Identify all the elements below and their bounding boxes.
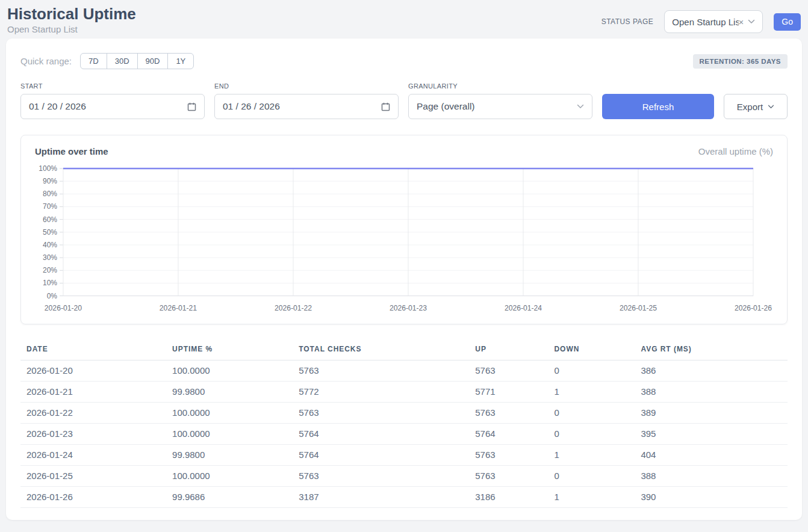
table-row: 2026-01-2699.9686318731861390 bbox=[20, 486, 788, 507]
uptime-table: DATEUPTIME %TOTAL CHECKSUPDOWNAVG RT (MS… bbox=[20, 339, 788, 508]
table-cell: 388 bbox=[635, 465, 788, 486]
table-row: 2026-01-23100.0000576457640395 bbox=[20, 423, 788, 444]
table-cell: 404 bbox=[635, 444, 788, 465]
calendar-icon[interactable] bbox=[187, 102, 196, 111]
table-column-header: AVG RT (MS) bbox=[635, 339, 788, 360]
status-page-controls: STATUS PAGE Open Startup List × Go bbox=[601, 10, 801, 33]
table-cell: 388 bbox=[635, 381, 788, 402]
table-cell: 0 bbox=[548, 360, 635, 381]
table-cell: 99.9800 bbox=[166, 444, 293, 465]
end-date-value: 01 / 26 / 2026 bbox=[223, 101, 280, 112]
table-cell: 99.9800 bbox=[166, 381, 293, 402]
table-row: 2026-01-22100.0000576357630389 bbox=[20, 402, 788, 423]
svg-text:2026-01-26: 2026-01-26 bbox=[735, 304, 772, 312]
table-cell: 1 bbox=[548, 381, 635, 402]
table-cell: 0 bbox=[548, 402, 635, 423]
uptime-table-body: 2026-01-20100.00005763576303862026-01-21… bbox=[20, 360, 788, 507]
close-icon[interactable]: × bbox=[739, 17, 744, 27]
quick-range-button-1y[interactable]: 1Y bbox=[167, 53, 194, 69]
svg-text:70%: 70% bbox=[43, 202, 57, 211]
quick-range-button-group: 7D30D90D1Y bbox=[80, 53, 194, 69]
svg-text:2026-01-23: 2026-01-23 bbox=[390, 304, 427, 312]
table-cell: 5763 bbox=[469, 402, 548, 423]
retention-badge: RETENTION: 365 DAYS bbox=[693, 54, 788, 69]
table-column-header: UPTIME % bbox=[166, 339, 293, 360]
svg-text:2026-01-22: 2026-01-22 bbox=[275, 304, 312, 312]
table-cell: 5764 bbox=[293, 444, 469, 465]
table-cell: 100.0000 bbox=[166, 402, 293, 423]
svg-text:0%: 0% bbox=[47, 292, 58, 300]
table-cell: 2026-01-23 bbox=[20, 423, 166, 444]
table-cell: 2026-01-24 bbox=[20, 444, 166, 465]
table-cell: 3186 bbox=[469, 486, 548, 507]
svg-text:80%: 80% bbox=[43, 190, 57, 198]
table-cell: 5764 bbox=[293, 423, 469, 444]
table-cell: 389 bbox=[635, 402, 788, 423]
quick-range-group-wrap: Quick range: 7D30D90D1Y bbox=[20, 53, 194, 69]
svg-text:2026-01-20: 2026-01-20 bbox=[45, 304, 82, 312]
chevron-down-icon bbox=[748, 19, 755, 24]
start-date-label: START bbox=[20, 82, 205, 90]
table-cell: 5763 bbox=[469, 444, 548, 465]
end-date-input[interactable]: 01 / 26 / 2026 bbox=[214, 94, 399, 119]
page-heading: Historical Uptime Open Startup List bbox=[7, 5, 136, 34]
start-date-value: 01 / 20 / 2026 bbox=[29, 101, 86, 112]
table-cell: 5763 bbox=[293, 465, 469, 486]
table-cell: 2026-01-22 bbox=[20, 402, 166, 423]
table-cell: 5772 bbox=[293, 381, 469, 402]
granularity-value: Page (overall) bbox=[417, 101, 475, 112]
end-date-field-wrap: END 01 / 26 / 2026 bbox=[214, 82, 399, 119]
table-cell: 5763 bbox=[469, 360, 548, 381]
table-cell: 100.0000 bbox=[166, 423, 293, 444]
table-column-header: UP bbox=[469, 339, 548, 360]
granularity-select[interactable]: Page (overall) bbox=[408, 94, 592, 119]
export-button[interactable]: Export bbox=[724, 94, 788, 119]
uptime-table-head: DATEUPTIME %TOTAL CHECKSUPDOWNAVG RT (MS… bbox=[20, 339, 788, 360]
chart-title: Uptime over time bbox=[35, 146, 108, 156]
table-cell: 99.9686 bbox=[166, 486, 293, 507]
table-row: 2026-01-25100.0000576357630388 bbox=[20, 465, 788, 486]
uptime-chart: 0%10%20%30%40%50%60%70%80%90%100%2026-01… bbox=[34, 161, 774, 318]
status-page-select[interactable]: Open Startup List × bbox=[664, 10, 763, 33]
chart-legend: Overall uptime (%) bbox=[698, 146, 773, 156]
svg-text:60%: 60% bbox=[43, 215, 57, 224]
svg-text:20%: 20% bbox=[43, 266, 57, 274]
table-cell: 0 bbox=[548, 465, 635, 486]
main-panel: Quick range: 7D30D90D1Y RETENTION: 365 D… bbox=[6, 39, 802, 520]
start-date-field-wrap: START 01 / 20 / 2026 bbox=[20, 82, 205, 119]
refresh-button[interactable]: Refresh bbox=[602, 94, 714, 119]
granularity-field-wrap: GRANULARITY Page (overall) bbox=[408, 82, 592, 119]
table-column-header: DOWN bbox=[548, 339, 635, 360]
page-title: Historical Uptime bbox=[7, 5, 136, 23]
table-cell: 386 bbox=[635, 360, 788, 381]
quick-range-button-90d[interactable]: 90D bbox=[137, 53, 169, 69]
table-cell: 5764 bbox=[469, 423, 548, 444]
quick-range-label: Quick range: bbox=[20, 56, 72, 66]
table-cell: 390 bbox=[635, 486, 788, 507]
calendar-icon[interactable] bbox=[381, 102, 390, 111]
top-bar: Historical Uptime Open Startup List STAT… bbox=[0, 0, 808, 39]
table-row: 2026-01-2199.9800577257711388 bbox=[20, 381, 788, 402]
start-date-input[interactable]: 01 / 20 / 2026 bbox=[20, 94, 205, 119]
svg-text:40%: 40% bbox=[43, 241, 57, 249]
export-button-label: Export bbox=[737, 102, 763, 112]
quick-range-button-30d[interactable]: 30D bbox=[107, 53, 138, 69]
chart-header: Uptime over time Overall uptime (%) bbox=[34, 146, 774, 156]
table-cell: 1 bbox=[548, 444, 635, 465]
table-cell: 100.0000 bbox=[166, 360, 293, 381]
status-page-label: STATUS PAGE bbox=[601, 17, 654, 26]
page-subtitle: Open Startup List bbox=[7, 24, 136, 34]
table-column-header: TOTAL CHECKS bbox=[293, 339, 469, 360]
svg-text:2026-01-25: 2026-01-25 bbox=[620, 304, 657, 312]
quick-range-button-7d[interactable]: 7D bbox=[80, 53, 107, 69]
svg-text:2026-01-21: 2026-01-21 bbox=[160, 304, 197, 312]
end-date-label: END bbox=[214, 82, 399, 90]
go-button[interactable]: Go bbox=[774, 13, 801, 31]
quick-range-row: Quick range: 7D30D90D1Y RETENTION: 365 D… bbox=[20, 53, 788, 69]
svg-text:90%: 90% bbox=[43, 177, 57, 185]
chevron-down-icon bbox=[768, 105, 774, 109]
table-cell: 3187 bbox=[293, 486, 469, 507]
svg-text:50%: 50% bbox=[43, 228, 57, 237]
uptime-chart-card: Uptime over time Overall uptime (%) 0%10… bbox=[20, 135, 788, 324]
table-cell: 1 bbox=[548, 486, 635, 507]
